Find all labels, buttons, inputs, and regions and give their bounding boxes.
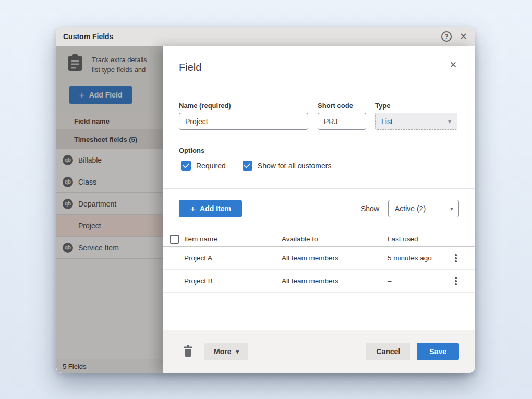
item-name-cell: Project A (184, 247, 212, 270)
show-all-customers-checkbox[interactable] (243, 161, 252, 171)
show-filter-select[interactable]: Active (2) ▾ (388, 200, 459, 217)
add-item-label: Add Item (200, 204, 231, 213)
name-label: Name (required) (179, 102, 231, 110)
panel-footer: More ▾ Cancel Save (163, 330, 475, 373)
required-label: Required (196, 162, 226, 170)
close-icon[interactable]: ✕ (460, 32, 467, 41)
row-actions-kebab-icon[interactable] (450, 275, 462, 287)
select-all-checkbox[interactable] (170, 235, 179, 244)
show-all-customers-label: Show for all customers (258, 162, 332, 170)
last-used-cell: – (388, 270, 392, 293)
table-row-project-b[interactable]: Project B All team members – (163, 270, 475, 293)
show-filter-value: Active (2) (395, 204, 426, 213)
field-editor-panel: Field ✕ Name (required) Short code Type … (163, 46, 475, 373)
items-table-header: Item name Available to Last used (163, 232, 475, 247)
section-divider (163, 188, 475, 189)
titlebar-actions: ? ✕ (441, 31, 467, 42)
table-row-project-a[interactable]: Project A All team members 5 minutes ago (163, 247, 475, 270)
name-input[interactable] (179, 113, 308, 130)
available-to-cell: All team members (282, 270, 338, 293)
fields-sidebar: Track extra details list type fields and… (56, 46, 163, 373)
delete-field-button[interactable] (183, 345, 193, 358)
modal-titlebar: Custom Fields ? ✕ (56, 27, 475, 46)
panel-close-icon[interactable]: ✕ (450, 61, 457, 69)
column-last-used: Last used (388, 232, 418, 247)
chevron-down-icon: ▾ (236, 349, 239, 355)
options-checkboxes: Required Show for all customers (181, 161, 343, 171)
column-available-to: Available to (282, 232, 318, 247)
help-icon[interactable]: ? (441, 31, 452, 42)
row-actions-kebab-icon[interactable] (450, 252, 462, 264)
item-name-cell: Project B (184, 270, 213, 293)
type-value: List (381, 117, 393, 126)
short-code-label: Short code (318, 102, 353, 110)
short-code-input[interactable] (318, 113, 366, 130)
more-label: More (214, 347, 231, 356)
items-toolbar: + Add Item Show Active (2) ▾ (179, 200, 459, 217)
plus-icon: + (190, 204, 196, 214)
required-checkbox[interactable] (181, 161, 191, 171)
type-select: List ▾ (375, 113, 457, 130)
cancel-button[interactable]: Cancel (366, 343, 410, 360)
more-button[interactable]: More ▾ (204, 343, 248, 360)
sidebar-scrim (56, 46, 163, 373)
add-item-button[interactable]: + Add Item (179, 200, 242, 217)
last-used-cell: 5 minutes ago (388, 247, 432, 270)
chevron-down-icon: ▾ (448, 118, 451, 125)
options-label: Options (179, 147, 204, 154)
available-to-cell: All team members (282, 247, 338, 270)
modal-title: Custom Fields (63, 32, 113, 41)
chevron-down-icon: ▾ (450, 205, 453, 212)
page-background: Custom Fields ? ✕ (0, 0, 532, 399)
column-item-name: Item name (184, 232, 217, 247)
custom-fields-modal: Custom Fields ? ✕ (56, 27, 475, 373)
save-button[interactable]: Save (417, 343, 459, 360)
panel-title: Field (179, 62, 201, 74)
show-label: Show (361, 204, 379, 213)
trash-icon (183, 345, 193, 358)
modal-body: Track extra details list type fields and… (56, 46, 475, 373)
type-label: Type (375, 102, 390, 110)
